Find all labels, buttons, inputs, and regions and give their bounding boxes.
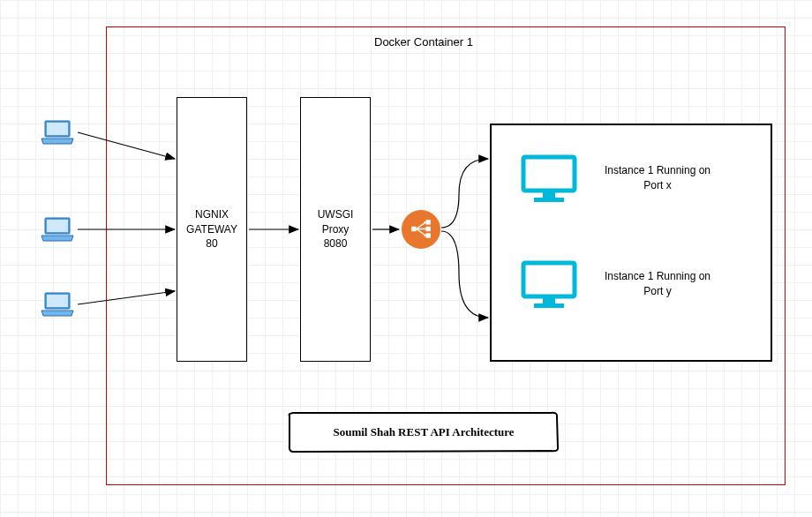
svg-rect-12 xyxy=(534,198,564,202)
laptop-icon xyxy=(40,119,75,146)
client-laptop-2 xyxy=(40,216,75,243)
svg-rect-7 xyxy=(425,220,430,224)
laptop-icon xyxy=(40,291,75,318)
svg-rect-9 xyxy=(425,233,430,237)
svg-rect-5 xyxy=(47,295,68,307)
caption-box: Soumil Shah REST API Architecture xyxy=(291,415,556,450)
instance-row-2: Instance 1 Running on Port y xyxy=(518,258,719,311)
monitor-icon xyxy=(518,258,580,311)
svg-rect-14 xyxy=(543,298,555,303)
uwsgi-label: UWSGI Proxy 8080 xyxy=(318,207,354,251)
instance-2-label: Instance 1 Running on Port y xyxy=(596,269,719,299)
svg-rect-3 xyxy=(47,220,68,232)
monitor-icon xyxy=(518,152,580,205)
svg-rect-8 xyxy=(425,227,430,231)
nginx-gateway-box: NGNIX GATEWAY 80 xyxy=(177,97,247,362)
client-laptop-1 xyxy=(40,119,75,146)
svg-rect-15 xyxy=(534,303,564,308)
docker-container-title: Docker Container 1 xyxy=(335,35,512,49)
svg-rect-6 xyxy=(411,227,416,231)
nginx-label: NGNIX GATEWAY 80 xyxy=(186,207,237,251)
laptop-icon xyxy=(40,216,75,243)
instances-container: Instance 1 Running on Port x Instance 1 … xyxy=(490,124,772,362)
svg-rect-1 xyxy=(47,123,68,135)
client-laptop-3 xyxy=(40,291,75,318)
svg-rect-10 xyxy=(523,157,575,191)
svg-rect-11 xyxy=(543,192,555,198)
uwsgi-proxy-box: UWSGI Proxy 8080 xyxy=(300,97,371,362)
caption-text: Soumil Shah REST API Architecture xyxy=(333,425,514,439)
load-balancer-icon xyxy=(402,210,440,249)
instance-1-label: Instance 1 Running on Port x xyxy=(596,163,719,193)
svg-rect-13 xyxy=(523,263,575,296)
instance-row-1: Instance 1 Running on Port x xyxy=(518,152,719,205)
